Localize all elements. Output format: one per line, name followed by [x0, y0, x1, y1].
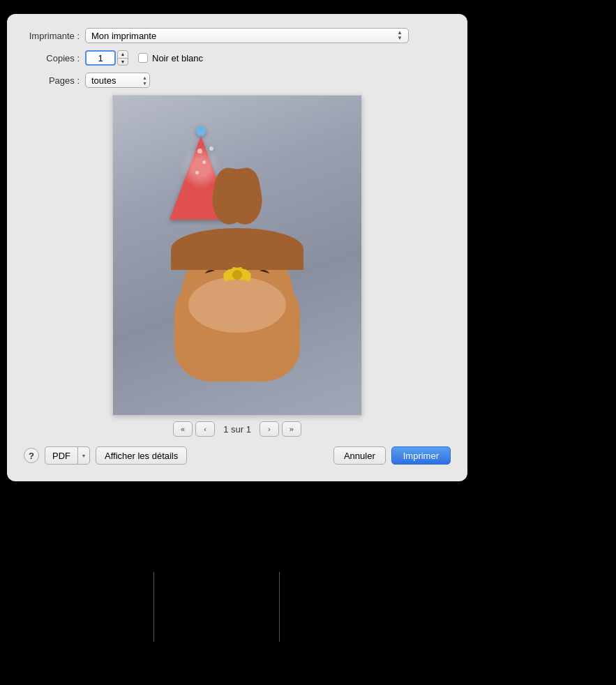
- dog-chest-fur: [188, 277, 286, 333]
- printer-label: Imprimante :: [24, 31, 80, 41]
- hat-dot-1: [197, 149, 202, 153]
- printer-row: Imprimante : Mon imprimante ▲ ▼: [24, 28, 451, 43]
- prev-page-button[interactable]: ‹: [195, 421, 215, 437]
- cancel-button[interactable]: Annuler: [333, 446, 386, 465]
- preview-nav: « ‹ 1 sur 1 › »: [24, 421, 451, 437]
- preview-box: [112, 95, 362, 416]
- copies-input[interactable]: [85, 50, 116, 66]
- noir-blanc-checkbox[interactable]: [138, 53, 148, 63]
- bow-center: [232, 270, 242, 280]
- copies-increment-button[interactable]: ▲: [118, 51, 128, 59]
- hat-dot-4: [195, 171, 199, 174]
- noir-blanc-label: Noir et blanc: [152, 53, 203, 63]
- annotation-line-right: [279, 572, 280, 642]
- last-page-button[interactable]: »: [282, 421, 301, 437]
- pdf-dropdown-button[interactable]: ▾: [77, 446, 90, 465]
- page-indicator: 1 sur 1: [223, 424, 251, 435]
- hat-dot-3: [209, 146, 213, 151]
- pdf-button-group: PDF ▾: [45, 446, 90, 465]
- annotation-line-left: [153, 572, 154, 642]
- pages-select[interactable]: toutesDe … à …Sélection: [85, 73, 150, 88]
- pdf-button[interactable]: PDF: [45, 446, 77, 465]
- copies-row: Copies : ▲ ▼ Noir et blanc: [24, 50, 451, 66]
- callout-line: [361, 235, 362, 236]
- printer-select-wrapper: Mon imprimante ▲ ▼: [85, 28, 406, 43]
- hat-ball: [196, 126, 206, 136]
- preview-container: [24, 95, 451, 416]
- noir-blanc-wrapper: Noir et blanc: [138, 53, 203, 63]
- pages-select-wrapper: toutesDe … à …Sélection ▲ ▼: [85, 73, 150, 88]
- copies-decrement-button[interactable]: ▼: [118, 59, 128, 66]
- bottom-bar: ? PDF ▾ Afficher les détails Annuler Imp…: [24, 446, 451, 465]
- printer-select[interactable]: Mon imprimante: [85, 28, 409, 43]
- pages-label: Pages :: [24, 75, 80, 86]
- help-button[interactable]: ?: [24, 448, 39, 463]
- copies-stepper[interactable]: ▲ ▼: [117, 50, 128, 66]
- hat-dot-2: [202, 160, 206, 164]
- next-page-button[interactable]: ›: [260, 421, 279, 437]
- dog-fur-top: [171, 228, 303, 270]
- dog-chest: [174, 270, 300, 382]
- dog-preview: [113, 96, 361, 415]
- copies-label: Copies :: [24, 53, 80, 63]
- first-page-button[interactable]: «: [173, 421, 193, 437]
- pages-row: Pages : toutesDe … à …Sélection ▲ ▼: [24, 73, 451, 88]
- print-button[interactable]: Imprimer: [391, 446, 451, 465]
- show-details-button[interactable]: Afficher les détails: [96, 446, 187, 465]
- print-dialog: Imprimante : Mon imprimante ▲ ▼ Copies :…: [7, 14, 467, 481]
